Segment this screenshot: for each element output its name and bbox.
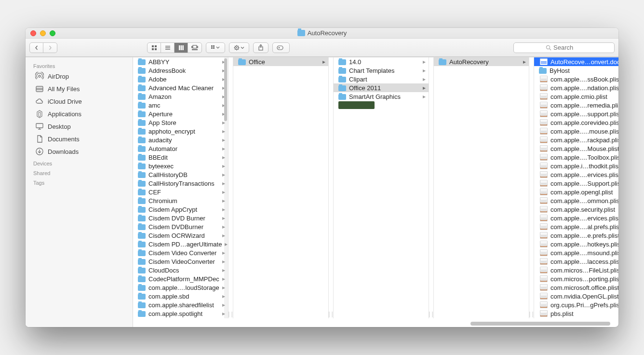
list-item[interactable]: com.apple.corevideo.plist bbox=[534, 118, 618, 127]
list-item[interactable]: amc bbox=[133, 101, 228, 109]
search-field[interactable] bbox=[513, 42, 615, 53]
list-item[interactable]: byteexec bbox=[133, 162, 228, 170]
list-view-button[interactable] bbox=[161, 43, 174, 53]
horizontal-scroll-thumb[interactable] bbox=[470, 322, 610, 326]
list-item[interactable]: com.apple.sharedfilelist bbox=[133, 300, 228, 309]
list-item[interactable]: com.apple.cmio.plist bbox=[534, 92, 618, 101]
list-item[interactable]: Cisdem VideoConverter bbox=[133, 257, 228, 266]
column-col-autorecovery[interactable]: AutoRecove…onvert.docxByHostcom.apple.…s… bbox=[534, 57, 618, 318]
list-item[interactable]: com.apple.…rackpad.plist bbox=[534, 136, 618, 144]
list-item[interactable]: com.apple.…ssBook.plist bbox=[534, 75, 618, 83]
list-item[interactable]: Cisdem AppCrypt bbox=[133, 205, 228, 214]
list-item[interactable]: AutoRecove…onvert.docx bbox=[534, 57, 618, 66]
close-button[interactable] bbox=[30, 30, 36, 36]
horizontal-scrollbar[interactable] bbox=[133, 320, 618, 327]
list-item[interactable]: Cisdem DVD Burner bbox=[133, 214, 228, 222]
vertical-scrollbar[interactable] bbox=[223, 57, 228, 318]
list-item[interactable]: com.apple.security.plist bbox=[534, 205, 618, 214]
list-item[interactable]: Chart Templates bbox=[334, 66, 429, 75]
list-item[interactable]: com.apple.…laccess.plist bbox=[534, 257, 618, 266]
list-item[interactable]: Cisdem Video Converter bbox=[133, 248, 228, 257]
list-item[interactable]: com.apple.…ervices.plist bbox=[534, 170, 618, 179]
zoom-button[interactable] bbox=[50, 30, 55, 36]
list-item[interactable]: com.apple.…e.prefs.plist bbox=[534, 231, 618, 240]
list-item[interactable]: com.apple.…ommon.plist bbox=[534, 196, 618, 205]
column-resize-handle[interactable]: ││ bbox=[228, 57, 233, 318]
column-resize-handle[interactable]: ││ bbox=[529, 57, 534, 318]
list-item[interactable]: com.apple.….mouse.plist bbox=[534, 127, 618, 136]
action-button[interactable] bbox=[229, 42, 249, 53]
list-item[interactable]: CodecPlatform_MMPDec bbox=[133, 274, 228, 283]
gallery-view-button[interactable] bbox=[188, 43, 201, 53]
list-item[interactable]: com.apple.i…thodkit.plist bbox=[534, 162, 618, 170]
list-item[interactable]: Amazon bbox=[133, 92, 228, 101]
list-item[interactable]: Aperture bbox=[133, 109, 228, 118]
column-resize-handle[interactable]: ││ bbox=[429, 57, 434, 318]
sidebar-item-airdrop[interactable]: AirDrop bbox=[26, 70, 133, 82]
list-item[interactable]: 14.0 bbox=[334, 57, 429, 66]
icon-view-button[interactable] bbox=[148, 43, 161, 53]
list-item[interactable]: Cisdem OCRWizard bbox=[133, 231, 228, 240]
edit-tags-button[interactable] bbox=[272, 42, 290, 53]
list-item[interactable]: ByHost bbox=[534, 66, 618, 75]
list-item[interactable]: com.apple.…Toolbox.plist bbox=[534, 153, 618, 162]
list-item[interactable]: AddressBook bbox=[133, 66, 228, 75]
list-item[interactable]: SmartArt Graphics bbox=[334, 92, 429, 101]
list-item[interactable]: com.apple.spotlight bbox=[133, 309, 228, 318]
list-item[interactable]: Office bbox=[233, 57, 328, 66]
column-col-appsupport[interactable]: ABBYYAddressBookAdobeAdvanced Mac Cleane… bbox=[133, 57, 228, 318]
list-item[interactable]: Automator bbox=[133, 144, 228, 153]
list-item[interactable]: ABBYY bbox=[133, 57, 228, 66]
list-item[interactable]: CEF bbox=[133, 188, 228, 196]
minimize-button[interactable] bbox=[40, 30, 46, 36]
column-col-office-parent[interactable]: Office bbox=[233, 57, 329, 318]
list-item[interactable]: apphoto_encrypt bbox=[133, 127, 228, 136]
list-item[interactable]: Office 2011 bbox=[334, 83, 429, 92]
list-item[interactable]: com.apple.…hotkeys.plist bbox=[534, 240, 618, 248]
list-item[interactable]: com.apple.…ndation.plist bbox=[534, 83, 618, 92]
list-item[interactable]: App Store bbox=[133, 118, 228, 127]
sidebar-item-documents[interactable]: Documents bbox=[26, 133, 133, 145]
list-item[interactable]: com.apple.…support.plist bbox=[534, 109, 618, 118]
list-item[interactable]: Chromium bbox=[133, 196, 228, 205]
list-item-redacted[interactable] bbox=[334, 101, 429, 109]
list-item[interactable]: CallHistoryTransactions bbox=[133, 179, 228, 188]
list-item[interactable]: com.apple.…al.prefs.plist bbox=[534, 222, 618, 231]
sidebar-item-desktop[interactable]: Desktop bbox=[26, 120, 133, 133]
sidebar-item-icloud-drive[interactable]: iCloud Drive bbox=[26, 95, 133, 108]
list-item[interactable]: Clipart bbox=[334, 75, 429, 83]
list-item[interactable]: Cisdem PD…agerUltimate bbox=[133, 240, 228, 248]
sidebar-item-applications[interactable]: Applications bbox=[26, 108, 133, 120]
sidebar-item-downloads[interactable]: Downloads bbox=[26, 145, 133, 158]
list-item[interactable]: com.apple.…Mouse.plist bbox=[534, 144, 618, 153]
search-input[interactable] bbox=[553, 44, 582, 51]
column-resize-handle[interactable]: ││ bbox=[329, 57, 334, 318]
arrange-button[interactable] bbox=[206, 42, 225, 53]
column-col-office[interactable]: 14.0Chart TemplatesClipartOffice 2011Sma… bbox=[334, 57, 429, 318]
list-item[interactable]: audacity bbox=[133, 136, 228, 144]
list-item[interactable]: Adobe bbox=[133, 75, 228, 83]
column-col-office2011[interactable]: AutoRecovery bbox=[434, 57, 529, 318]
list-item[interactable]: com.microsoft.office.plist bbox=[534, 283, 618, 292]
list-item[interactable]: com.micros…porting.plist bbox=[534, 274, 618, 283]
list-item[interactable]: com.apple.…Support.plist bbox=[534, 179, 618, 188]
list-item[interactable]: com.apple.…msound.plist bbox=[534, 248, 618, 257]
back-button[interactable] bbox=[30, 43, 43, 53]
list-item[interactable]: pbs.plist bbox=[534, 309, 618, 318]
sidebar-item-all-my-files[interactable]: All My Files bbox=[26, 82, 133, 95]
share-button[interactable] bbox=[253, 42, 268, 53]
list-item[interactable]: com.apple.TCC bbox=[133, 318, 228, 318]
list-item[interactable]: com.apple.…loudStorage bbox=[133, 283, 228, 292]
list-item[interactable]: com.apple.sbd bbox=[133, 292, 228, 300]
list-item[interactable]: org.cups.Pri…gPrefs.plist bbox=[534, 300, 618, 309]
list-item[interactable]: com.apple.opengl.plist bbox=[534, 188, 618, 196]
list-item[interactable]: com.apple.…remedia.plist bbox=[534, 101, 618, 109]
list-item[interactable]: CallHistoryDB bbox=[133, 170, 228, 179]
forward-button[interactable] bbox=[43, 43, 57, 53]
list-item[interactable]: AutoRecovery bbox=[434, 57, 529, 66]
list-item[interactable]: com.nvidia.OpenGL.plist bbox=[534, 292, 618, 300]
list-item[interactable]: BBEdit bbox=[133, 153, 228, 162]
vertical-scroll-thumb[interactable] bbox=[224, 58, 227, 121]
column-view-button[interactable] bbox=[174, 43, 188, 53]
list-item[interactable]: com.micros…FileList.plist bbox=[534, 266, 618, 274]
